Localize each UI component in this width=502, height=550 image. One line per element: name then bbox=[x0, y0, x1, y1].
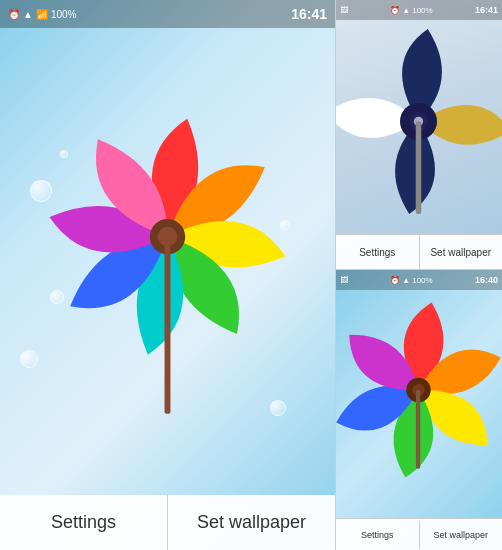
svg-rect-2 bbox=[165, 237, 171, 414]
pinwheel-colorful bbox=[20, 40, 315, 460]
settings-button-left[interactable]: Settings bbox=[0, 495, 168, 550]
settings-button-right-bottom[interactable]: Settings bbox=[336, 521, 420, 549]
status-bar-right-top: 🖼 ⏰ ▲ 100% 16:41 bbox=[336, 0, 502, 20]
left-phone-panel: ⏰ ▲ 📶 100% 16:41 bbox=[0, 0, 335, 550]
pinwheel-blue-gold bbox=[336, 15, 502, 235]
bottom-bar-right-top: Settings Set wallpaper bbox=[336, 234, 502, 269]
alarm-icon-rt: ⏰ bbox=[390, 6, 400, 15]
right-panel: 🖼 ⏰ ▲ 100% 16:41 bbox=[335, 0, 502, 550]
battery-rt: 100% bbox=[412, 6, 432, 15]
signal-icon-rb: ▲ bbox=[402, 276, 410, 285]
alarm-icon-rb: ⏰ bbox=[390, 276, 400, 285]
svg-rect-6 bbox=[416, 121, 422, 214]
alarm-icon: ⏰ bbox=[8, 9, 20, 20]
settings-button-right-top[interactable]: Settings bbox=[336, 235, 420, 269]
status-bar-right-bottom: 🖼 ⏰ ▲ 100% 16:40 bbox=[336, 270, 502, 290]
bottom-bar-left: Settings Set wallpaper bbox=[0, 495, 335, 550]
time-rb: 16:40 bbox=[475, 275, 498, 285]
right-bottom-phone: 🖼 ⏰ ▲ 100% 16:40 Setti bbox=[336, 270, 502, 550]
set-wallpaper-button-right-bottom[interactable]: Set wallpaper bbox=[420, 521, 503, 549]
signal-icon: 📶 bbox=[36, 9, 48, 20]
wifi-icon: ▲ bbox=[23, 9, 33, 20]
picture-icon-rt: 🖼 bbox=[340, 6, 348, 15]
right-top-phone: 🖼 ⏰ ▲ 100% 16:41 bbox=[336, 0, 502, 270]
time-rt: 16:41 bbox=[475, 5, 498, 15]
picture-icon-rb: 🖼 bbox=[340, 276, 348, 285]
signal-icon-rt: ▲ bbox=[402, 6, 410, 15]
set-wallpaper-button-right-top[interactable]: Set wallpaper bbox=[420, 235, 503, 269]
status-icons-left: ⏰ ▲ 📶 100% bbox=[8, 9, 76, 20]
time-left: 16:41 bbox=[291, 6, 327, 22]
status-bar-left: ⏰ ▲ 📶 100% 16:41 bbox=[0, 0, 335, 28]
battery-text-left: 100% bbox=[51, 9, 77, 20]
bottom-bar-right-bottom: Settings Set wallpaper bbox=[336, 518, 502, 550]
pinwheel-colorful-small bbox=[336, 285, 502, 485]
battery-rb: 100% bbox=[412, 276, 432, 285]
set-wallpaper-button-left[interactable]: Set wallpaper bbox=[168, 495, 335, 550]
svg-rect-9 bbox=[416, 390, 420, 469]
